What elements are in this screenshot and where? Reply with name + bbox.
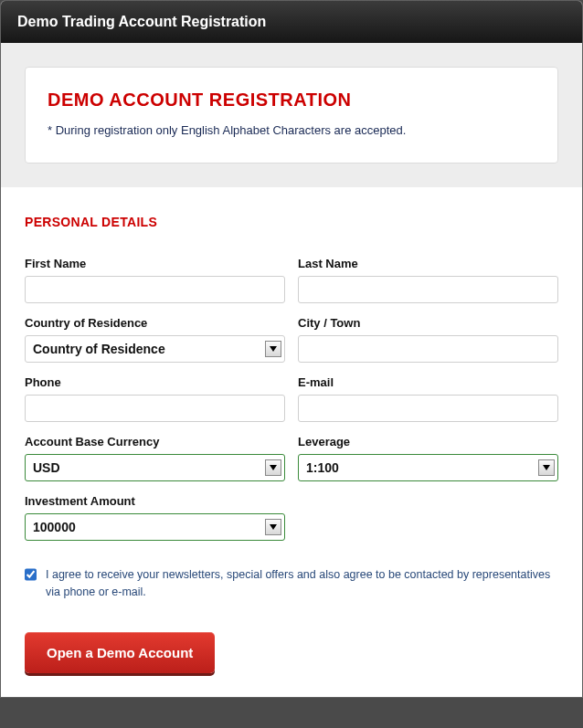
email-input[interactable] bbox=[298, 395, 558, 422]
last-name-input[interactable] bbox=[298, 276, 558, 303]
submit-label: Open a Demo Account bbox=[47, 645, 193, 660]
investment-select-value[interactable] bbox=[25, 513, 285, 541]
first-name-input[interactable] bbox=[25, 276, 285, 303]
first-name-label: First Name bbox=[25, 257, 285, 270]
consent-checkbox[interactable] bbox=[25, 568, 37, 581]
currency-select[interactable] bbox=[25, 454, 285, 481]
consent-row: I agree to receive your newsletters, spe… bbox=[25, 566, 558, 601]
last-name-label: Last Name bbox=[298, 257, 558, 270]
country-label: Country of Residence bbox=[25, 316, 285, 330]
window-titlebar: Demo Trading Account Registration bbox=[1, 1, 582, 43]
leverage-select[interactable] bbox=[298, 454, 558, 481]
header-title: DEMO ACCOUNT REGISTRATION bbox=[48, 90, 535, 111]
header-card: DEMO ACCOUNT REGISTRATION * During regis… bbox=[25, 67, 558, 164]
investment-label: Investment Amount bbox=[25, 494, 285, 508]
email-label: E-mail bbox=[298, 375, 558, 389]
phone-input[interactable] bbox=[25, 395, 285, 422]
country-select-value[interactable] bbox=[25, 335, 285, 363]
header-area: DEMO ACCOUNT REGISTRATION * During regis… bbox=[1, 43, 582, 187]
investment-select[interactable] bbox=[25, 513, 285, 541]
header-note: * During registration only English Alpha… bbox=[48, 123, 535, 137]
window-title: Demo Trading Account Registration bbox=[17, 14, 266, 29]
city-input[interactable] bbox=[298, 335, 558, 363]
phone-label: Phone bbox=[25, 375, 285, 389]
form-area: PERSONAL DETAILS First Name Last Name Co… bbox=[1, 187, 582, 697]
currency-select-value[interactable] bbox=[25, 454, 285, 481]
open-demo-account-button[interactable]: Open a Demo Account bbox=[25, 632, 215, 673]
registration-window: Demo Trading Account Registration DEMO A… bbox=[0, 0, 583, 698]
leverage-label: Leverage bbox=[298, 435, 558, 448]
leverage-select-value[interactable] bbox=[298, 454, 558, 481]
country-select[interactable] bbox=[25, 335, 285, 363]
city-label: City / Town bbox=[298, 316, 558, 330]
currency-label: Account Base Currency bbox=[25, 435, 285, 448]
consent-text: I agree to receive your newsletters, spe… bbox=[46, 566, 558, 601]
section-title: PERSONAL DETAILS bbox=[25, 215, 558, 229]
